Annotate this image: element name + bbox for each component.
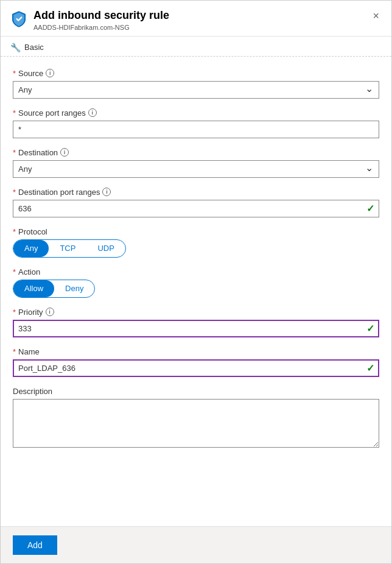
priority-label-text: Priority [18,308,43,317]
protocol-toggle-group: Any TCP UDP [13,239,126,258]
add-inbound-rule-dialog: Add inbound security rule AADDS-HDIFabri… [0,0,392,564]
source-port-group: * Source port ranges i [13,108,379,138]
priority-info-icon[interactable]: i [46,308,54,316]
destination-select[interactable]: Any IP Addresses Service Tag VirtualNetw… [13,160,379,178]
dialog-footer: Add [1,526,391,563]
description-group: Description [13,387,379,449]
dialog-title: Add inbound security rule [33,9,169,23]
protocol-tcp-button[interactable]: TCP [49,240,86,257]
source-label-text: Source [18,69,43,78]
title-area: Add inbound security rule AADDS-HDIFabri… [10,9,169,31]
action-toggle-group: Allow Deny [13,280,95,298]
name-input[interactable] [13,359,379,377]
destination-port-label-text: Destination port ranges [18,188,100,197]
protocol-required-star: * [13,227,16,236]
protocol-label: * Protocol [13,227,379,236]
dialog-header: Add inbound security rule AADDS-HDIFabri… [1,1,391,37]
source-port-input[interactable] [13,121,379,138]
action-label: * Action [13,267,379,277]
priority-group: * Priority i ✓ [13,308,379,337]
action-deny-button[interactable]: Deny [54,280,94,297]
section-header: 🔧 Basic [1,37,391,57]
add-button[interactable]: Add [13,535,57,555]
name-input-wrapper: ✓ [13,359,379,377]
destination-port-check-icon: ✓ [366,203,374,214]
name-label-text: Name [18,347,40,356]
protocol-udp-button[interactable]: UDP [86,240,125,257]
source-select-wrapper: Any IP Addresses Service Tag My IP addre… [13,81,379,99]
dialog-title-text: Add inbound security rule AADDS-HDIFabri… [33,9,169,31]
destination-group: * Destination i Any IP Addresses Service… [13,148,379,178]
source-port-info-icon[interactable]: i [88,108,97,117]
action-allow-button[interactable]: Allow [13,280,54,297]
description-label: Description [13,387,379,396]
destination-port-input-wrapper: ✓ [13,200,379,217]
close-button[interactable]: × [370,9,382,23]
source-info-icon[interactable]: i [46,69,54,77]
source-select[interactable]: Any IP Addresses Service Tag My IP addre… [13,81,379,99]
section-title: Basic [24,43,44,52]
name-group: * Name ✓ [13,347,379,377]
priority-input-wrapper: ✓ [13,320,379,337]
priority-check-icon: ✓ [366,323,374,334]
name-label: * Name [13,347,379,356]
description-label-text: Description [13,387,52,396]
destination-port-input[interactable] [13,200,379,217]
name-check-icon: ✓ [366,362,374,374]
dialog-subtitle: AADDS-HDIFabrikam.com-NSG [33,24,169,31]
destination-port-group: * Destination port ranges i ✓ [13,188,379,217]
source-group: * Source i Any IP Addresses Service Tag … [13,69,379,99]
priority-label: * Priority i [13,308,379,317]
action-required-star: * [13,267,16,277]
action-label-text: Action [18,267,40,277]
protocol-any-button[interactable]: Any [13,240,49,257]
priority-input[interactable] [13,320,379,337]
destination-port-label: * Destination port ranges i [13,188,379,197]
destination-label: * Destination i [13,148,379,157]
description-textarea[interactable] [13,399,379,448]
protocol-label-text: Protocol [18,227,47,236]
source-port-label: * Source port ranges i [13,108,379,118]
source-label: * Source i [13,69,379,78]
wrench-icon: 🔧 [10,43,21,52]
action-group: * Action Allow Deny [13,267,379,298]
priority-required-star: * [13,308,16,317]
name-required-star: * [13,347,16,356]
destination-select-wrapper: Any IP Addresses Service Tag VirtualNetw… [13,160,379,178]
destination-required-star: * [13,148,16,157]
form-body: * Source i Any IP Addresses Service Tag … [1,59,391,526]
destination-port-required-star: * [13,188,16,197]
source-port-label-text: Source port ranges [18,108,86,118]
source-required-star: * [13,69,16,78]
destination-label-text: Destination [18,148,58,157]
destination-info-icon[interactable]: i [60,148,69,157]
shield-icon [10,10,27,27]
source-port-required-star: * [13,108,16,118]
protocol-group: * Protocol Any TCP UDP [13,227,379,258]
destination-port-info-icon[interactable]: i [102,188,111,196]
